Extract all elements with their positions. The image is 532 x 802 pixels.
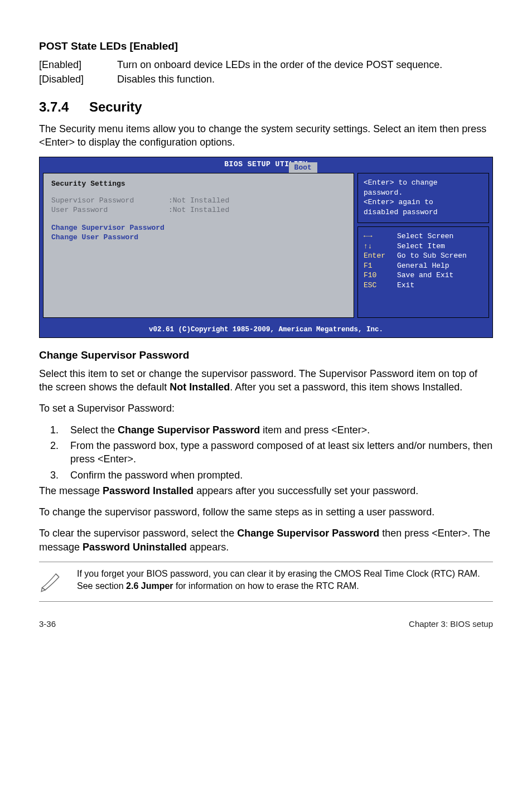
section-number: 3.7.4 [39,98,89,116]
p5b: Change Supervisor Password [237,528,379,539]
key-f10: F10 [364,270,397,281]
s1b: Change Supervisor Password [118,424,260,436]
bios-tab-boot[interactable]: Boot [289,162,317,173]
key-select-item: Select Item [397,241,445,252]
key-save-exit: Save and Exit [397,270,453,281]
p1c: . After you set a password, this item sh… [230,381,462,393]
bios-sup-label: Supervisor Password [51,196,168,206]
bios-user-label: User Password [51,205,168,215]
section-heading: 3.7.4Security [39,98,493,116]
key-sub-screen: Go to Sub Screen [397,251,467,261]
bios-help-l1: <Enter> to change [364,178,483,188]
bios-help-pane: <Enter> to change password. <Enter> agai… [357,173,489,223]
bios-change-user[interactable]: Change User Password [51,233,346,243]
bios-sup-value: :Not Installed [168,196,229,206]
bios-user-value: :Not Installed [168,205,229,215]
key-esc: ESC [364,281,397,291]
bios-left-pane: Security Settings Supervisor Password :N… [43,173,354,318]
step-1: Select the Change Supervisor Password it… [61,423,493,437]
key-help: General Help [397,261,449,271]
p3b: Password Installed [103,485,194,496]
note-icon [39,568,66,596]
def-disabled: Disables this function. [117,73,493,86]
step-2: From the password box, type a password c… [61,439,493,466]
p3c: appears after you successfully set your … [194,485,418,496]
s1a: Select the [70,424,118,436]
bios-footer: v02.61 (C)Copyright 1985-2009, American … [40,323,492,337]
s1c: item and press <Enter>. [260,424,370,436]
p5e: appears. [187,542,229,553]
key-arrows-ud: ↑↓ [364,241,397,252]
bios-help-l3: <Enter> again to [364,197,483,207]
page-footer: 3-36 Chapter 3: BIOS setup [39,619,493,630]
change-sup-p1: Select this item to set or change the su… [39,367,493,394]
post-leds-heading: POST State LEDs [Enabled] [39,39,493,54]
step-3: Confirm the password when prompted. [61,468,493,482]
p3a: The message [39,485,103,496]
change-sup-p4: To change the supervisor password, follo… [39,505,493,519]
key-select-screen: Select Screen [397,231,453,241]
term-disabled: [Disabled] [39,73,117,86]
def-row-disabled: [Disabled] Disables this function. [39,73,493,86]
bios-change-supervisor[interactable]: Change Supervisor Password [51,223,346,233]
p5a: To clear the supervisor password, select… [39,528,237,539]
key-arrows-lr: ←→ [364,231,397,241]
def-row-enabled: [Enabled] Turn on onboard device LEDs in… [39,58,493,71]
bios-row-user: User Password :Not Installed [51,205,346,215]
note-box: If you forget your BIOS password, you ca… [39,562,493,602]
chapter-label: Chapter 3: BIOS setup [409,619,493,630]
key-f1: F1 [364,261,397,271]
term-enabled: [Enabled] [39,58,117,71]
note-text: If you forget your BIOS password, you ca… [77,568,493,592]
p5d: Password Uninstalled [83,542,187,553]
p1b: Not Installed [170,381,230,393]
key-enter: Enter [364,251,397,261]
def-enabled: Turn on onboard device LEDs in the order… [117,58,493,71]
change-sup-heading: Change Supervisor Password [39,348,493,363]
bios-row-supervisor: Supervisor Password :Not Installed [51,196,346,206]
bios-help-l2: password. [364,188,483,198]
page-number: 3-36 [39,619,56,630]
steps-list: Select the Change Supervisor Password it… [61,423,493,482]
bios-panel: BIOS SETUP UTILITY Boot Security Setting… [39,157,493,338]
note-c: for information on how to erase the RTC … [173,581,359,591]
key-exit: Exit [397,281,414,291]
bios-titlebar: BIOS SETUP UTILITY Boot [40,157,492,173]
note-b: 2.6 Jumper [126,581,173,591]
section-intro: The Security menu items allow you to cha… [39,122,493,149]
change-sup-p5: To clear the supervisor password, select… [39,526,493,554]
bios-keys-pane: ←→Select Screen ↑↓Select Item EnterGo to… [357,226,489,318]
bios-security-heading: Security Settings [51,179,346,189]
change-sup-p2: To set a Supervisor Password: [39,402,493,415]
pencil-icon [39,568,64,592]
section-title-text: Security [89,99,142,114]
bios-help-l4: disabled password [364,207,483,218]
change-sup-p3: The message Password Installed appears a… [39,484,493,497]
